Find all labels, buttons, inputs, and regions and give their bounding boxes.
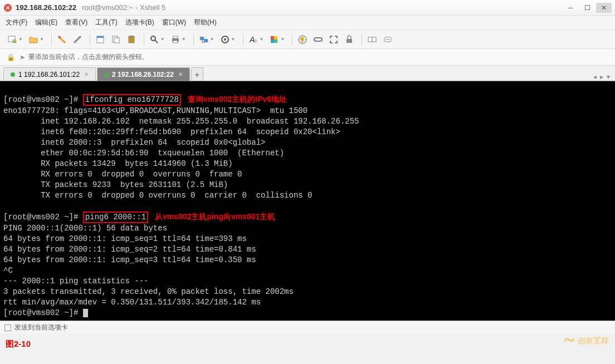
status-dot-icon (104, 72, 109, 77)
transfer-button[interactable]: ▼ (197, 33, 216, 46)
tab-next-icon[interactable]: ▸ (600, 73, 603, 81)
session-manager-button[interactable] (365, 33, 379, 46)
disconnect-button[interactable] (71, 33, 84, 46)
toolbar-separator (193, 34, 194, 45)
title-bar: 192.168.26.102:22 root@vms002:~ - Xshell… (0, 0, 615, 16)
svg-point-12 (151, 36, 155, 41)
svg-rect-7 (97, 36, 104, 38)
watermark-text: 创新互联 (577, 336, 608, 346)
tunnel-button[interactable] (311, 33, 325, 46)
toolbar-separator (292, 34, 292, 45)
paste-button[interactable] (125, 33, 138, 46)
compose-button[interactable] (381, 33, 394, 46)
lock-icon: 🔒 (7, 53, 15, 61)
arrow-icon[interactable]: ➤ (19, 53, 25, 61)
svg-rect-15 (173, 36, 178, 38)
tab-label: 1 192.168.26.101:22 (18, 71, 80, 78)
terminal-line: RX packets 13429 bytes 1414960 (1.3 MiB) (3, 159, 233, 168)
color-scheme-button[interactable]: ▼ (267, 33, 286, 46)
toolbar: +▼ ▼ ▼ ▼ ▼ ▼ Aa▼ ▼ (0, 30, 615, 49)
menu-tab[interactable]: 选项卡(B) (125, 18, 154, 27)
menu-edit[interactable]: 编辑(E) (35, 18, 57, 27)
tab-label: 2 192.168.26.102:22 (112, 71, 174, 78)
find-button[interactable]: ▼ (148, 33, 167, 46)
tab-bar: 1 192.168.26.101:22 ✕ 2 192.168.26.102:2… (0, 66, 615, 81)
tab-session-2[interactable]: 2 192.168.26.102:22 ✕ (97, 67, 190, 81)
menu-view[interactable]: 查看(V) (65, 18, 87, 27)
window-title-sub: root@vms002:~ - Xshell 5 (82, 3, 165, 12)
checkbox[interactable] (4, 324, 11, 331)
toolbar-separator (90, 34, 90, 45)
terminal-line: eno16777728: flags=4163<UP,BROADCAST,RUN… (3, 106, 308, 115)
close-button[interactable]: ✕ (596, 3, 612, 13)
svg-rect-9 (114, 38, 119, 43)
terminal-line: RX errors 0 dropped 0 overruns 0 frame 0 (3, 170, 242, 179)
minimize-button[interactable]: ─ (563, 3, 578, 13)
terminal[interactable]: [root@vms002 ~]# ifconfig eno16777728查询v… (0, 81, 615, 321)
terminal-line: PING 2000::1(2000::1) 56 data bytes (3, 224, 167, 233)
fullscreen-button[interactable] (327, 33, 340, 46)
terminal-line: 64 bytes from 2000::1: icmp_seq=2 ttl=64… (3, 245, 256, 254)
tab-session-1[interactable]: 1 192.168.26.101:22 ✕ (3, 67, 96, 81)
highlight-ifconfig: ifconfig eno16777728 (83, 94, 181, 106)
terminal-line: rtt min/avg/max/mdev = 0.350/131.511/393… (3, 298, 261, 307)
svg-point-4 (58, 36, 61, 38)
annotation-ifconfig: 查询vms002主机的IPv6地址 (188, 95, 287, 104)
status-text: 发送到当前选项卡 (14, 323, 68, 332)
svg-rect-24 (274, 36, 277, 40)
highlight-ping6: ping6 2000::1 (83, 211, 148, 223)
svg-rect-30 (368, 37, 372, 42)
script-button[interactable] (296, 33, 309, 46)
status-bar: 发送到当前选项卡 (0, 321, 615, 334)
hint-text: 要添加当前会话，点击左侧的箭头按钮。 (28, 52, 149, 62)
toolbar-separator (144, 34, 144, 45)
svg-rect-25 (271, 40, 274, 43)
figure-label: 图2-10 (6, 339, 31, 350)
menu-tools[interactable]: 工具(T) (95, 18, 117, 27)
properties-button[interactable] (94, 33, 107, 46)
menu-bar: 文件(F) 编辑(E) 查看(V) 工具(T) 选项卡(B) 窗口(W) 帮助(… (0, 16, 615, 30)
print-button[interactable]: ▼ (169, 33, 188, 46)
svg-rect-31 (372, 37, 376, 42)
terminal-line: inet6 2000::3 prefixlen 64 scopeid 0x0<g… (3, 138, 265, 147)
hint-bar: 🔒 ➤ 要添加当前会话，点击左侧的箭头按钮。 (0, 49, 615, 66)
prompt: [root@vms002 ~]# (3, 95, 83, 104)
close-tab-icon[interactable]: ✕ (178, 71, 183, 77)
tab-menu-icon[interactable]: ▾ (607, 73, 610, 81)
lock-button[interactable] (343, 33, 356, 46)
svg-rect-26 (274, 40, 277, 43)
window-title-main: 192.168.26.102:22 (16, 3, 76, 12)
close-tab-icon[interactable]: ✕ (84, 71, 89, 77)
terminal-line: 64 bytes from 2000::1: icmp_seq=3 ttl=64… (3, 255, 256, 264)
svg-text:a: a (254, 38, 257, 43)
reconnect-button[interactable] (55, 33, 69, 46)
terminal-line: --- 2000::1 ping statistics --- (3, 277, 148, 286)
menu-file[interactable]: 文件(F) (6, 18, 27, 27)
menu-window[interactable]: 窗口(W) (162, 18, 186, 27)
toolbar-separator (362, 34, 362, 45)
add-tab-button[interactable]: + (191, 67, 203, 81)
terminal-line: 64 bytes from 2000::1: icmp_seq=1 ttl=64… (3, 234, 247, 243)
font-button[interactable]: Aa▼ (247, 33, 266, 46)
copy-button[interactable] (109, 33, 123, 46)
new-session-button[interactable]: +▼ (6, 33, 25, 46)
svg-line-13 (155, 40, 158, 43)
svg-point-5 (79, 36, 81, 38)
svg-point-20 (224, 38, 226, 41)
cursor (83, 309, 88, 317)
terminal-line: ^C (3, 266, 13, 275)
menu-help[interactable]: 帮助(H) (194, 18, 217, 27)
log-button[interactable]: ▼ (218, 33, 237, 46)
terminal-line: inet6 fe80::20c:29ff:fe5d:b690 prefixlen… (3, 127, 340, 136)
svg-rect-16 (173, 41, 178, 43)
watermark: 创新互联 (563, 335, 608, 347)
open-button[interactable]: ▼ (27, 33, 46, 46)
tab-prev-icon[interactable]: ◂ (593, 73, 597, 81)
maximize-button[interactable]: ☐ (579, 3, 595, 13)
toolbar-separator (243, 34, 243, 45)
tab-nav: ◂ ▸ ▾ (592, 73, 612, 81)
terminal-line: ether 00:0c:29:5d:b6:90 txqueuelen 1000 … (3, 149, 284, 158)
terminal-line: 3 packets transmitted, 3 received, 0% pa… (3, 287, 294, 296)
toolbar-separator (51, 34, 52, 45)
app-icon (3, 3, 12, 12)
